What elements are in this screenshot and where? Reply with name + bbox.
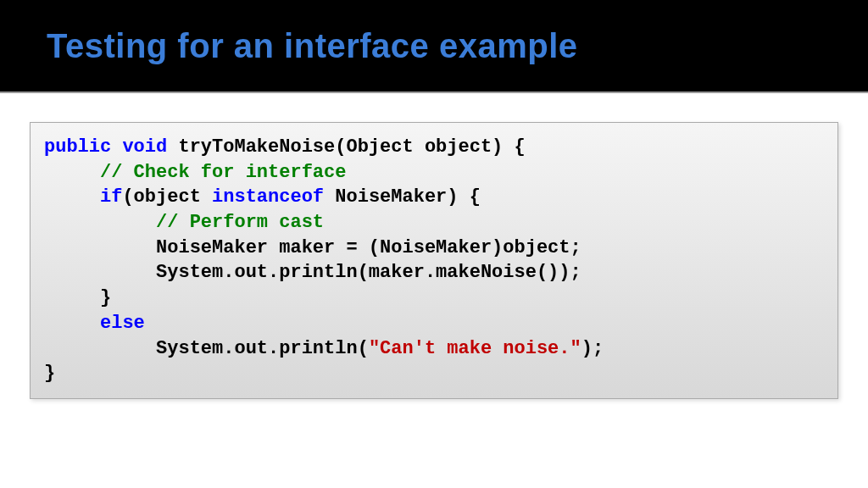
- indent: [44, 237, 156, 258]
- keyword-instanceof: instanceof: [212, 186, 324, 208]
- indent: [44, 162, 100, 183]
- code-line-3: if(object instanceof NoiseMaker) {: [44, 185, 824, 210]
- keyword-void: void: [122, 136, 167, 158]
- indent: [44, 212, 156, 233]
- code-line-6: System.out.println(maker.makeNoise());: [44, 260, 824, 286]
- slide-content: public void tryToMakeNoise(Object object…: [0, 97, 868, 424]
- indent: [44, 313, 100, 334]
- code-text: (object: [122, 186, 212, 208]
- code-text: );: [581, 338, 604, 359]
- code-line-9: System.out.println("Can't make noise.");: [44, 336, 824, 362]
- keyword-if: if: [100, 186, 122, 208]
- code-text: NoiseMaker maker = (NoiseMaker)object;: [156, 237, 581, 258]
- code-block: public void tryToMakeNoise(Object object…: [30, 122, 838, 399]
- keyword-else: else: [100, 313, 145, 334]
- comment: // Check for interface: [100, 162, 346, 183]
- code-text: }: [100, 287, 111, 308]
- slide-title: Testing for an interface example: [47, 27, 578, 65]
- slide-header: Testing for an interface example: [0, 0, 868, 93]
- keyword-public: public: [44, 136, 111, 158]
- code-line-1: public void tryToMakeNoise(Object object…: [44, 135, 824, 160]
- code-line-4: // Perform cast: [44, 210, 824, 236]
- indent: [44, 262, 156, 283]
- indent: [44, 186, 100, 208]
- comment: // Perform cast: [156, 212, 324, 233]
- code-line-2: // Check for interface: [44, 160, 824, 186]
- code-text: System.out.println(: [156, 338, 369, 359]
- code-line-10: }: [44, 361, 824, 386]
- code-text: tryToMakeNoise(Object object) {: [167, 136, 525, 158]
- code-line-5: NoiseMaker maker = (NoiseMaker)object;: [44, 236, 824, 261]
- code-line-8: else: [44, 311, 824, 336]
- indent: [44, 287, 100, 308]
- indent: [44, 338, 156, 359]
- code-text: System.out.println(maker.makeNoise());: [156, 262, 581, 283]
- code-text: NoiseMaker) {: [324, 186, 481, 208]
- string-literal: "Can't make noise.": [369, 338, 581, 359]
- code-text: }: [44, 363, 55, 384]
- code-line-7: }: [44, 286, 824, 311]
